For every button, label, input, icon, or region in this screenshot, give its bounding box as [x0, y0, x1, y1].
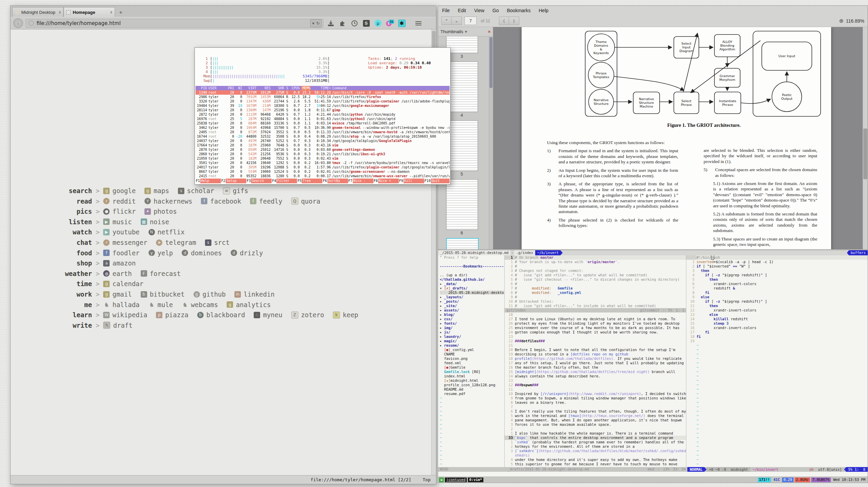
history-button[interactable]: [350, 19, 359, 28]
homepage-link-zotero[interactable]: Zzotero: [291, 311, 324, 319]
homepage-link-quora[interactable]: Qquora: [291, 198, 320, 205]
page-thumbnail-4[interactable]: [446, 62, 478, 112]
page-thumbnail-3[interactable]: [446, 36, 478, 53]
thumbnails-scrollbar[interactable]: [489, 37, 493, 249]
site-identity-icon[interactable]: [29, 21, 34, 26]
homepage-link-telegram[interactable]: ➤telegram: [156, 239, 196, 246]
homepage-link-blackboard[interactable]: bblackboard: [197, 311, 245, 319]
fkey-F3[interactable]: F3Search: [246, 179, 272, 183]
fkey-F8[interactable]: F8Nice +: [373, 179, 399, 183]
homepage-link-music[interactable]: ▶music: [103, 218, 132, 226]
homepage-link-messenger[interactable]: ⚡messenger: [103, 239, 147, 246]
reload-icon[interactable]: ↻: [316, 21, 320, 26]
tab-midnight-desktop[interactable]: Midnight Desktop x: [12, 7, 64, 17]
new-tab-button[interactable]: +: [116, 8, 126, 17]
homepage-link-draft[interactable]: ✎draft: [103, 322, 132, 329]
page-number-input[interactable]: 7: [464, 17, 477, 25]
homepage-link-linkedin[interactable]: inlinkedin: [234, 291, 275, 298]
git-commit-buffer[interactable]: 1# On branch master1# Your branch is up-…: [505, 255, 686, 308]
fkey-F10[interactable]: F10Quit: [424, 179, 450, 183]
url-field[interactable]: file:///home/tyler/homepage.html ▾ ↻: [26, 19, 323, 28]
homepage-link-dominoes[interactable]: ddominoes: [182, 249, 222, 257]
homepage-link-hackernews[interactable]: Yhackernews: [144, 198, 192, 205]
vim-tab-0[interactable]: _/2015-05-28-midnight-desktop.md: [438, 250, 510, 255]
fkey-F4[interactable]: F4Filter: [272, 179, 297, 183]
history-back-button[interactable]: ⟨: [499, 17, 509, 25]
homepage-link-gifs[interactable]: ≡gifs: [223, 187, 248, 194]
homepage-link-myneu[interactable]: ∴myneu: [254, 311, 282, 319]
process-row[interactable]: 3462tyler2001064M4396815700S0.70.510:36.…: [196, 125, 450, 130]
buffers-tab[interactable]: buffers: [847, 250, 868, 255]
tab-close-icon[interactable]: x: [59, 10, 61, 15]
fkey-F9[interactable]: F9Kill: [399, 179, 424, 183]
homepage-link-gmail[interactable]: ggmail: [103, 291, 132, 298]
process-row[interactable]: 2986tyler2007692M1453M60864R12.518.25h25…: [196, 95, 450, 99]
markdown-buffer[interactable]: 2827I tend to use Linux (Ubuntu) on my d…: [505, 312, 686, 467]
zoom-control[interactable]: ⊕ 116.89%: [839, 18, 864, 24]
menu-file[interactable]: File: [442, 8, 450, 13]
homepage-link-webcams[interactable]: ♞webcams: [182, 301, 218, 308]
page-thumbnail-selected[interactable]: [446, 238, 479, 249]
fkey-F2[interactable]: F2Setup: [221, 179, 246, 183]
process-row[interactable]: 2860tyler200542M212569536S0.00.30:19.21/…: [196, 152, 450, 156]
homepage-link-reddit[interactable]: rreddit: [103, 198, 136, 205]
vim-command-line[interactable]: [438, 472, 868, 477]
process-row[interactable]: 24017tyler200305M1929612088S0.00.21:57.9…: [196, 165, 450, 169]
homepage-link-feedly[interactable]: ffeedly: [250, 198, 282, 205]
process-row[interactable]: 16744root0-2044800325323508S0.00.40:08.2…: [196, 134, 450, 139]
vim-tab-2[interactable]: ~/b/invert: [535, 250, 563, 255]
fkey-F7[interactable]: F7Nice -: [348, 179, 373, 183]
homepage-link-scholar[interactable]: sscholar: [178, 187, 214, 194]
page-thumbnail-6[interactable]: [446, 179, 478, 230]
homepage-link-keep[interactable]: kkeep: [333, 311, 358, 319]
menu-edit[interactable]: Edit: [458, 8, 466, 13]
page-thumbnail-5[interactable]: [446, 120, 478, 171]
homepage-link-noise[interactable]: ▦noise: [141, 218, 169, 226]
menu-bookmarks[interactable]: Bookmarks: [507, 8, 530, 13]
homepage-link-yelp[interactable]: yyelp: [149, 249, 173, 257]
back-button[interactable]: ‹: [13, 18, 23, 28]
homepage-link-flickr[interactable]: ●flickr: [103, 208, 136, 215]
close-panel-icon[interactable]: ×: [488, 29, 490, 34]
homepage-link-photos[interactable]: ✦photos: [144, 208, 177, 215]
fkey-F5[interactable]: F5Tree: [297, 179, 322, 183]
homepage-link-youtube[interactable]: ▶youtube: [103, 228, 139, 236]
homepage-link-google[interactable]: ggoogle: [103, 187, 136, 194]
extensions-button[interactable]: [338, 19, 347, 28]
homepage-link-analytics[interactable]: ganalytics: [227, 301, 271, 308]
bash-script-buffer[interactable]: #!/bin/bash1inverted=$(xcalib -a -p | he…: [686, 255, 868, 467]
homepage-link-maps[interactable]: gmaps: [144, 187, 169, 194]
menu-view[interactable]: View: [474, 8, 484, 13]
process-row[interactable]: 24037tyler200497M267405252S0.70.34:10.34…: [196, 139, 450, 143]
homepage-link-wikipedia[interactable]: Wwikipedia: [103, 311, 147, 319]
homepage-link-bitbucket[interactable]: bbitbucket: [141, 291, 185, 298]
menu-help[interactable]: Help: [539, 8, 549, 13]
homepage-link-foodler[interactable]: ffoodler: [103, 249, 139, 257]
history-forward-button[interactable]: ⟩: [509, 17, 519, 25]
tab-close-icon[interactable]: x: [110, 10, 112, 15]
thumbnails-title[interactable]: Thumbnails: [440, 29, 463, 34]
menu-button[interactable]: [414, 19, 423, 28]
process-row[interactable]: 17664tyler200187M259607648S0.00.30:43.16…: [196, 143, 450, 147]
reload-group[interactable]: ▾ ↻: [310, 19, 322, 27]
homepage-link-mule[interactable]: ♞mule: [149, 301, 173, 308]
process-row[interactable]: 21050tyler200182M206487552S0.00.30:02.43…: [196, 156, 450, 161]
homepage-link-amazon[interactable]: aamazon: [103, 259, 136, 267]
tab-homepage[interactable]: Homepage x: [64, 7, 115, 17]
homepage-link-srct[interactable]: ssrct: [205, 239, 230, 246]
homepage-link-calendar[interactable]: gcalendar: [103, 280, 143, 287]
fkey-F6[interactable]: F6SortBy: [322, 179, 348, 183]
process-row[interactable]: 8667tyler200554M1906012524S0.00.20:02.01…: [196, 169, 450, 174]
process-row[interactable]: 19484tyler39191670M214M18300S0.72.71h04:…: [196, 103, 450, 108]
process-row[interactable]: 16976root255287M9219248884S0.01.10:01.63…: [196, 117, 450, 121]
process-row[interactable]: 3501tyler20042156196401292S0.00.216:03.8…: [196, 161, 450, 165]
pdf-scrollbar[interactable]: [863, 27, 868, 249]
zoom-level[interactable]: 116.89%: [846, 18, 864, 24]
url-text[interactable]: file:///home/tyler/homepage.html: [37, 20, 307, 26]
homepage-link-github[interactable]: ggithub: [193, 291, 226, 298]
vim-tab-1[interactable]: .g/index: [514, 250, 535, 255]
homepage-link-facebook[interactable]: ffacebook: [201, 198, 241, 205]
stylish-button[interactable]: S: [362, 19, 371, 28]
next-page-button[interactable]: ⌄: [452, 17, 462, 25]
process-row[interactable]: 25838tyler200884M8816033136S0.01.10:03.1…: [196, 121, 450, 125]
